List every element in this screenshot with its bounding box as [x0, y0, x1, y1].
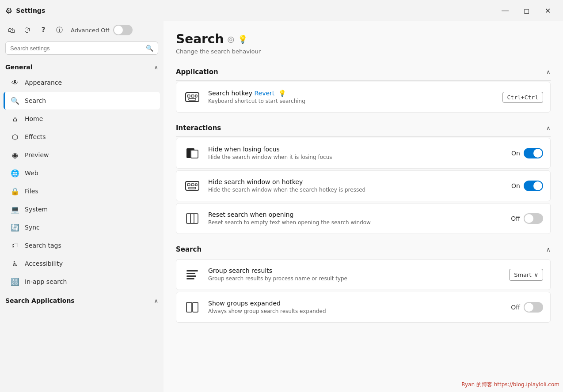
hide-focus-text: Hide when losing focus Hide the search w…	[208, 146, 504, 161]
question-icon[interactable]: ?	[37, 24, 49, 36]
sidebar-item-appearance[interactable]: 👁 Appearance	[4, 74, 160, 91]
hide-hotkey-label: On	[511, 182, 520, 189]
sidebar-item-searchtags[interactable]: 🏷 Search tags	[4, 237, 160, 254]
svg-rect-8	[187, 184, 190, 186]
maximize-button[interactable]: ◻	[516, 4, 536, 18]
reset-search-icon	[183, 210, 201, 227]
effects-icon: ⬡	[11, 132, 19, 141]
search-applications-title: Search Applications	[5, 297, 75, 304]
sidebar-item-label: Effects	[25, 133, 46, 140]
group-results-text: Group search results Group search result…	[208, 267, 502, 283]
search-applications-section: Search Applications ∧	[0, 294, 164, 307]
general-chevron-icon: ∧	[154, 64, 158, 71]
bag-icon[interactable]: 🛍	[5, 24, 18, 36]
hide-focus-name: Hide when losing focus	[208, 146, 504, 153]
search-box[interactable]: 🔍	[5, 41, 158, 55]
info-icon[interactable]: ⓘ	[53, 24, 65, 36]
sidebar-item-web[interactable]: 🌐 Web	[4, 164, 160, 182]
files-icon: 🔒	[11, 187, 19, 196]
reset-search-name: Reset search when opening	[208, 211, 504, 218]
sidebar-item-inapp[interactable]: 🔠 In-app search	[4, 273, 160, 290]
reset-search-toggle[interactable]	[524, 213, 543, 224]
svg-rect-14	[186, 270, 198, 271]
reset-search-text: Reset search when opening Reset search t…	[208, 211, 504, 226]
group-results-dropdown[interactable]: Smart ∨	[509, 269, 543, 281]
page-subtitle: Change the search behaviour	[176, 48, 551, 55]
show-groups-control: Off	[511, 302, 543, 313]
hide-hotkey-name: Hide search window on hotkey	[208, 178, 504, 185]
hotkey-setting-desc: Keyboard shortcut to start searching	[208, 98, 495, 105]
setting-search-hotkey: Search hotkey Revert 💡 Keyboard shortcut…	[176, 82, 551, 113]
setting-hide-hotkey: Hide search window on hotkey Hide the se…	[176, 170, 551, 201]
setting-reset-search: Reset search when opening Reset search t…	[176, 203, 551, 234]
hide-focus-control: On	[511, 148, 543, 158]
accessibility-icon: ♿	[11, 259, 19, 268]
appearance-icon: 👁	[11, 78, 19, 87]
hide-hotkey-toggle[interactable]	[524, 181, 543, 191]
section-interactions-header[interactable]: Interactions ∧	[176, 120, 551, 137]
minimize-button[interactable]: ―	[495, 4, 515, 18]
sidebar-item-label: Search	[25, 97, 46, 104]
reset-search-label: Off	[511, 215, 520, 222]
svg-rect-9	[191, 184, 194, 186]
main-content: Search ◎ 💡 Change the search behaviour A…	[164, 21, 563, 392]
hint-icon: 💡	[278, 90, 286, 97]
svg-rect-4	[189, 98, 196, 100]
hotkey-setting-name: Search hotkey Revert 💡	[208, 90, 495, 97]
sidebar-item-search[interactable]: 🔍 Search	[4, 92, 160, 109]
show-groups-toggle[interactable]	[524, 302, 543, 313]
reset-search-desc: Reset search to empty text when opening …	[208, 219, 504, 226]
general-section-header[interactable]: General ∧	[0, 61, 164, 73]
sidebar-item-home[interactable]: ⌂ Home	[4, 110, 160, 128]
home-icon: ⌂	[11, 114, 19, 123]
hide-focus-icon	[183, 144, 201, 162]
svg-rect-19	[193, 302, 198, 312]
svg-rect-18	[186, 302, 192, 312]
sidebar-item-preview[interactable]: ◉ Preview	[4, 146, 160, 164]
clock-icon[interactable]: ⏱	[21, 24, 34, 36]
close-button[interactable]: ✕	[537, 4, 558, 18]
advanced-toggle[interactable]	[113, 25, 133, 35]
svg-rect-1	[187, 95, 190, 97]
dropdown-value: Smart	[514, 271, 531, 278]
preview-icon: ◉	[11, 151, 19, 159]
setting-hide-focus: Hide when losing focus Hide the search w…	[176, 138, 551, 169]
app-body: 🛍 ⏱ ? ⓘ Advanced Off 🔍 General ∧ 👁 Appea…	[0, 21, 563, 392]
search-input[interactable]	[10, 45, 142, 52]
search-applications-header[interactable]: Search Applications ∧	[0, 294, 164, 307]
svg-rect-15	[186, 273, 195, 274]
hide-focus-desc: Hide the search window when it is losing…	[208, 154, 504, 161]
sidebar: 🛍 ⏱ ? ⓘ Advanced Off 🔍 General ∧ 👁 Appea…	[0, 21, 164, 392]
hide-hotkey-text: Hide search window on hotkey Hide the se…	[208, 178, 504, 194]
system-icon: 💻	[11, 205, 19, 214]
sidebar-item-label: Web	[25, 170, 38, 177]
page-title: Search	[176, 32, 224, 46]
sidebar-item-files[interactable]: 🔒 Files	[4, 182, 160, 200]
section-interactions-title: Interactions	[176, 124, 221, 132]
show-groups-name: Show groups expanded	[208, 300, 504, 307]
dropdown-chevron-icon: ∨	[534, 271, 538, 278]
search-nav-icon: 🔍	[11, 96, 19, 105]
section-search-chevron-icon: ∧	[546, 246, 551, 253]
section-search: Search ∧ Group search results Group sear…	[176, 241, 551, 323]
section-application-header[interactable]: Application ∧	[176, 64, 551, 81]
section-search-header[interactable]: Search ∧	[176, 241, 551, 258]
sidebar-item-accessibility[interactable]: ♿ Accessibility	[4, 255, 160, 272]
section-interactions: Interactions ∧ Hide when losing focus Hi…	[176, 120, 551, 234]
page-title-row: Search ◎ 💡	[176, 32, 551, 46]
sidebar-item-effects[interactable]: ⬡ Effects	[4, 128, 160, 146]
hide-focus-label: On	[511, 150, 520, 157]
general-section-title: General	[5, 64, 33, 71]
advanced-label: Advanced Off	[71, 27, 110, 34]
show-groups-desc: Always show group search results expande…	[208, 308, 504, 315]
sidebar-item-sync[interactable]: 🔄 Sync	[4, 219, 160, 236]
hotkey-badge[interactable]: Ctrl+Ctrl	[502, 92, 543, 103]
sidebar-item-label: Accessibility	[25, 260, 63, 267]
revert-link[interactable]: Revert	[254, 90, 274, 97]
section-application-title: Application	[176, 68, 218, 76]
hide-hotkey-icon	[183, 177, 201, 195]
sidebar-item-system[interactable]: 💻 System	[4, 200, 160, 218]
svg-rect-17	[186, 278, 194, 279]
page-title-icon2: 💡	[238, 34, 247, 44]
hide-focus-toggle[interactable]	[524, 148, 543, 158]
